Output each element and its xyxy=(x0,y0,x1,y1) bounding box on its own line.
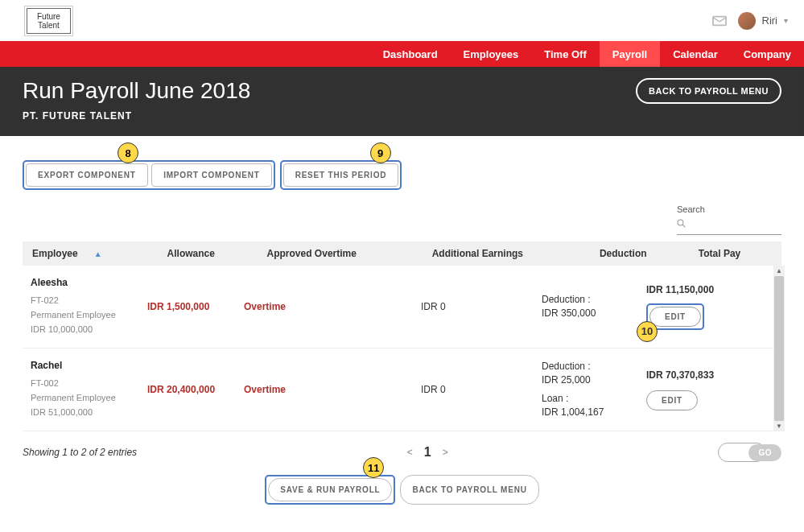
loan-value: IDR 1,004,167 xyxy=(542,406,630,419)
callout-8: 8 xyxy=(118,142,138,163)
hero: Run Payroll June 2018 PT. FUTURE TALENT … xyxy=(0,67,804,136)
table-row: Rachel FT-002 Permanent Employee IDR 51,… xyxy=(23,348,781,431)
loan-label: Loan : xyxy=(542,392,630,406)
page-title: Run Payroll June 2018 xyxy=(23,78,250,104)
callout-10: 10 xyxy=(637,321,658,342)
content: 8 EXPORT COMPONENT IMPORT COMPONENT 9 RE… xyxy=(0,136,804,505)
deduction-value: IDR 25,000 xyxy=(542,373,630,387)
total-value: IDR 70,370,833 xyxy=(646,369,773,381)
entries-info: Showing 1 to 2 of 2 entries xyxy=(23,447,137,458)
pager-prev[interactable]: < xyxy=(407,447,413,458)
search-area: Search xyxy=(23,204,781,235)
scroll-down-icon[interactable]: ▼ xyxy=(776,423,782,430)
employee-code: FT-002 xyxy=(31,376,131,390)
search-input[interactable] xyxy=(677,218,781,235)
employee-base: IDR 51,000,000 xyxy=(31,405,131,419)
nav-employees[interactable]: Employees xyxy=(451,41,532,67)
callout-9: 9 xyxy=(370,142,391,163)
pager-current: 1 xyxy=(424,445,431,460)
username: Riri xyxy=(762,14,778,27)
employee-type: Permanent Employee xyxy=(31,307,131,322)
search-label: Search xyxy=(677,204,781,214)
back-to-payroll-bottom-button[interactable]: BACK TO PAYROLL MENU xyxy=(400,475,538,505)
svg-point-0 xyxy=(678,220,683,225)
vertical-scrollbar[interactable]: ▲ ▼ xyxy=(773,266,785,431)
pager-next[interactable]: > xyxy=(443,447,448,458)
envelope-icon[interactable] xyxy=(712,15,727,27)
th-total[interactable]: Total Pay xyxy=(691,241,781,266)
nav-payroll[interactable]: Payroll xyxy=(600,41,660,67)
table-wrap: Employee▲ Allowance Approved Overtime Ad… xyxy=(23,241,781,431)
overtime-value: Overtime xyxy=(244,301,286,312)
additional-value: IDR 0 xyxy=(421,301,446,312)
reset-period-button[interactable]: RESET THIS PERIOD xyxy=(283,163,399,187)
nav-company[interactable]: Company xyxy=(731,41,804,67)
logo[interactable]: Future Talent xyxy=(24,6,73,36)
user-menu[interactable]: Riri ▾ xyxy=(738,12,789,30)
go-button[interactable]: GO xyxy=(748,444,781,461)
highlight-save-run: 11 SAVE & RUN PAYROLL xyxy=(265,475,395,505)
highlight-reset: 9 RESET THIS PERIOD xyxy=(280,160,402,190)
th-allowance[interactable]: Allowance xyxy=(159,241,259,266)
topbar-right: Riri ▾ xyxy=(712,12,789,30)
allowance-value: IDR 1,500,000 xyxy=(147,301,209,312)
nav-dashboard[interactable]: Dashboard xyxy=(370,41,451,67)
overtime-value: Overtime xyxy=(244,384,286,395)
logo-text: Future Talent xyxy=(27,8,71,34)
total-value: IDR 11,150,000 xyxy=(646,284,773,295)
th-additional[interactable]: Additional Earnings xyxy=(424,241,592,266)
nav-timeoff[interactable]: Time Off xyxy=(531,41,600,67)
topbar: Future Talent Riri ▾ xyxy=(0,0,804,41)
deduction-value: IDR 350,000 xyxy=(542,307,630,320)
edit-button[interactable]: EDIT xyxy=(649,307,701,327)
bottom-actions: 11 SAVE & RUN PAYROLL BACK TO PAYROLL ME… xyxy=(23,475,781,505)
nav-calendar[interactable]: Calendar xyxy=(660,41,731,67)
th-deduction[interactable]: Deduction xyxy=(592,241,691,266)
save-run-payroll-button[interactable]: SAVE & RUN PAYROLL xyxy=(268,478,392,501)
avatar xyxy=(738,12,756,30)
th-overtime[interactable]: Approved Overtime xyxy=(259,241,424,266)
chevron-down-icon: ▾ xyxy=(784,16,788,25)
highlight-edit: EDIT 10 xyxy=(646,303,704,330)
additional-value: IDR 0 xyxy=(421,384,446,395)
page-subtitle: PT. FUTURE TALENT xyxy=(23,110,250,122)
payroll-table: Employee▲ Allowance Approved Overtime Ad… xyxy=(23,241,781,266)
callout-11: 11 xyxy=(363,457,384,478)
export-component-button[interactable]: EXPORT COMPONENT xyxy=(26,163,148,187)
import-component-button[interactable]: IMPORT COMPONENT xyxy=(151,163,271,187)
pager: < 1 > xyxy=(407,445,448,460)
action-row: 8 EXPORT COMPONENT IMPORT COMPONENT 9 RE… xyxy=(23,160,781,190)
employee-code: FT-022 xyxy=(31,293,131,307)
svg-line-1 xyxy=(682,225,685,227)
scrollbar-thumb[interactable] xyxy=(774,276,784,421)
footer-row: Showing 1 to 2 of 2 entries < 1 > GO xyxy=(23,431,781,473)
employee-type: Permanent Employee xyxy=(31,390,131,405)
go-wrap: GO xyxy=(718,443,781,462)
deduction-label: Deduction : xyxy=(542,360,630,373)
allowance-value: IDR 20,400,000 xyxy=(147,384,215,395)
back-to-payroll-button[interactable]: BACK TO PAYROLL MENU xyxy=(636,78,781,104)
deduction-label: Deduction : xyxy=(542,293,630,307)
sort-asc-icon: ▲ xyxy=(94,250,102,258)
employee-base: IDR 10,000,000 xyxy=(31,322,131,336)
table-row: Aleesha FT-022 Permanent Employee IDR 10… xyxy=(23,266,781,348)
highlight-export-import: 8 EXPORT COMPONENT IMPORT COMPONENT xyxy=(23,160,275,190)
employee-name: Aleesha xyxy=(31,277,131,288)
search-icon xyxy=(677,219,686,229)
main-nav: Dashboard Employees Time Off Payroll Cal… xyxy=(0,41,804,67)
th-employee[interactable]: Employee▲ xyxy=(23,241,159,266)
edit-button[interactable]: EDIT xyxy=(646,390,698,410)
scroll-up-icon[interactable]: ▲ xyxy=(776,267,782,274)
employee-name: Rachel xyxy=(31,360,131,371)
